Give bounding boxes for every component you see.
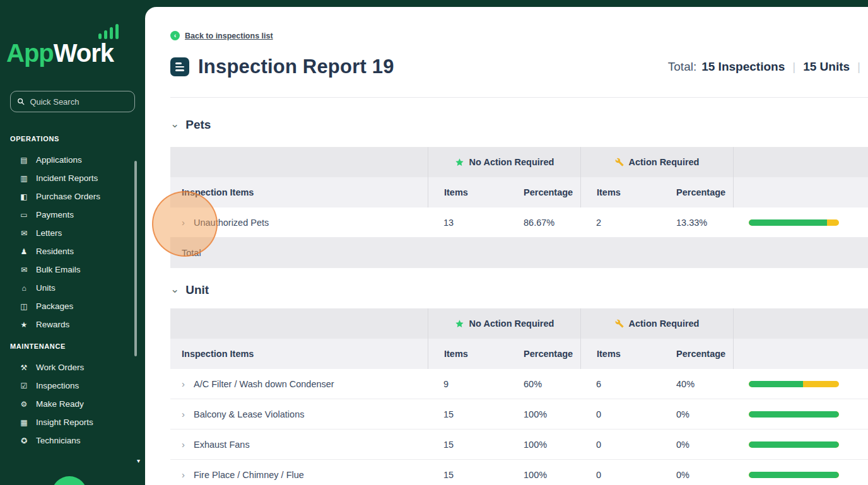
wrench-icon xyxy=(615,319,624,328)
sidebar-item-make-ready[interactable]: ⚙Make Ready xyxy=(0,395,145,413)
star-icon xyxy=(455,158,464,167)
units-icon: ⌂ xyxy=(19,284,29,293)
inspections-icon: ☑ xyxy=(19,382,29,390)
progress-bar xyxy=(749,411,839,418)
unit-table: No Action Required Action Required Inspe… xyxy=(170,308,868,485)
col-items: Items xyxy=(428,177,503,207)
insight-reports-icon: ▦ xyxy=(19,418,29,427)
col-percentage: Percentage xyxy=(656,339,733,369)
sidebar-nav: OPERATIONS ▤Applications ▥Incident Repor… xyxy=(0,135,145,450)
action-items-count: 6 xyxy=(580,369,656,399)
make-ready-icon: ⚙ xyxy=(19,400,29,409)
table-group-header-row: No Action Required Action Required xyxy=(170,147,868,177)
back-to-inspections-link[interactable]: ‹ Back to inspections list xyxy=(170,31,273,40)
col-percentage: Percentage xyxy=(503,339,580,369)
bulk-emails-icon: ✉ xyxy=(19,266,29,274)
table-column-header-row: Inspection Items Items Percentage Items … xyxy=(170,339,868,369)
table-row[interactable]: › A/C Filter / Wash down Condenser 9 60%… xyxy=(170,369,868,399)
expand-chevron-icon[interactable]: › xyxy=(182,440,185,449)
col-inspection-items: Inspection Items xyxy=(170,177,428,207)
sidebar-item-payments[interactable]: ▭Payments xyxy=(0,206,145,224)
table-group-header-row: No Action Required Action Required xyxy=(170,308,868,339)
chevron-down-icon[interactable]: ⌄ xyxy=(170,284,179,295)
letters-icon: ✉ xyxy=(19,229,29,238)
table-row[interactable]: › Balcony & Lease Violations 15 100% 0 0… xyxy=(170,399,868,429)
sidebar: AppWork OPERATIONS ▤Applications ▥Incide… xyxy=(0,0,145,485)
floating-action-button[interactable] xyxy=(52,476,87,485)
sidebar-item-packages[interactable]: ◫Packages xyxy=(0,297,145,315)
sidebar-scroll-down-icon[interactable]: ▾ xyxy=(137,457,140,464)
logo-bars-icon xyxy=(98,24,119,39)
total-row-label: Total xyxy=(170,238,428,268)
table-total-row: Total xyxy=(170,238,868,268)
sidebar-item-residents[interactable]: ♟Residents xyxy=(0,242,145,260)
sidebar-item-inspections[interactable]: ☑Inspections xyxy=(0,377,145,395)
sidebar-item-bulk-emails[interactable]: ✉Bulk Emails xyxy=(0,260,145,279)
main-panel: ‹ Back to inspections list Inspection Re… xyxy=(145,7,868,485)
search-icon xyxy=(17,97,25,106)
sidebar-item-incident-reports[interactable]: ▥Incident Reports xyxy=(0,169,145,187)
expand-chevron-icon[interactable]: › xyxy=(182,218,185,227)
pets-section-header[interactable]: ⌄ Pets xyxy=(170,117,211,133)
table-row[interactable]: › Fire Place / Chimney / Flue 15 100% 0 … xyxy=(170,460,868,485)
table-row[interactable]: › Exhaust Fans 15 100% 0 0% xyxy=(170,429,868,460)
expand-chevron-icon[interactable]: › xyxy=(182,379,185,389)
inspection-item-name: Unauthorized Pets xyxy=(194,218,269,228)
table-row[interactable]: › Unauthorized Pets 13 86.67% 2 13.33% xyxy=(170,207,868,238)
sidebar-item-technicians[interactable]: ✪Technicians xyxy=(0,431,145,450)
sidebar-item-purchase-orders[interactable]: ◧Purchase Orders xyxy=(0,187,145,206)
technicians-icon: ✪ xyxy=(19,436,29,445)
chevron-down-icon[interactable]: ⌄ xyxy=(170,119,179,129)
appwork-logo: AppWork xyxy=(6,40,145,66)
no-action-percentage: 100% xyxy=(503,399,580,429)
no-action-required-header: No Action Required xyxy=(428,308,580,339)
action-items-count: 0 xyxy=(580,429,656,459)
expand-chevron-icon[interactable]: › xyxy=(182,470,185,479)
no-action-percentage: 60% xyxy=(503,369,580,399)
col-items: Items xyxy=(580,339,656,369)
logo-text-app: App xyxy=(6,39,54,67)
no-action-items-count: 15 xyxy=(428,460,503,485)
progress-bar xyxy=(749,472,839,478)
section-title-pets: Pets xyxy=(185,118,211,132)
inspection-item-name: Fire Place / Chimney / Flue xyxy=(194,470,304,480)
expand-chevron-icon[interactable]: › xyxy=(182,409,185,419)
header-divider xyxy=(170,97,868,98)
sidebar-scrollbar[interactable] xyxy=(134,161,137,356)
sidebar-item-applications[interactable]: ▤Applications xyxy=(0,151,145,169)
col-items: Items xyxy=(428,339,503,369)
no-action-items-count: 9 xyxy=(428,369,503,399)
sidebar-item-units[interactable]: ⌂Units xyxy=(0,279,145,297)
sidebar-item-rewards[interactable]: ★Rewards xyxy=(0,315,145,334)
purchase-orders-icon: ◧ xyxy=(19,192,29,201)
packages-icon: ◫ xyxy=(19,302,29,311)
sidebar-item-letters[interactable]: ✉Letters xyxy=(0,224,145,242)
action-items-count: 0 xyxy=(580,399,656,429)
inspection-item-name: Balcony & Lease Violations xyxy=(194,409,304,419)
action-items-count: 2 xyxy=(580,207,656,237)
action-required-header: Action Required xyxy=(580,147,733,177)
col-percentage: Percentage xyxy=(656,177,733,207)
totals-separator: | xyxy=(857,60,860,74)
quick-search[interactable] xyxy=(10,91,135,112)
sidebar-item-insight-reports[interactable]: ▦Insight Reports xyxy=(0,413,145,431)
page-title: Inspection Report 19 xyxy=(198,56,394,78)
table-column-header-row: Inspection Items Items Percentage Items … xyxy=(170,177,868,207)
action-items-count: 0 xyxy=(580,460,656,485)
nav-section-maintenance: MAINTENANCE xyxy=(0,342,145,350)
action-percentage: 0% xyxy=(656,429,733,459)
totals-separator: | xyxy=(792,60,795,74)
search-input[interactable] xyxy=(30,97,128,107)
inspection-item-name: A/C Filter / Wash down Condenser xyxy=(194,379,334,389)
section-title-unit: Unit xyxy=(185,283,209,297)
residents-icon: ♟ xyxy=(19,247,29,256)
unit-section-header[interactable]: ⌄ Unit xyxy=(170,282,209,298)
no-action-items-count: 13 xyxy=(428,207,503,237)
action-percentage: 0% xyxy=(656,399,733,429)
work-orders-icon: ⚒ xyxy=(19,363,29,372)
no-action-items-count: 15 xyxy=(428,399,503,429)
progress-bar xyxy=(749,441,839,448)
page-header: Inspection Report 19 Total: 15 Inspectio… xyxy=(170,53,868,81)
sidebar-item-work-orders[interactable]: ⚒Work Orders xyxy=(0,358,145,377)
col-items: Items xyxy=(580,177,656,207)
